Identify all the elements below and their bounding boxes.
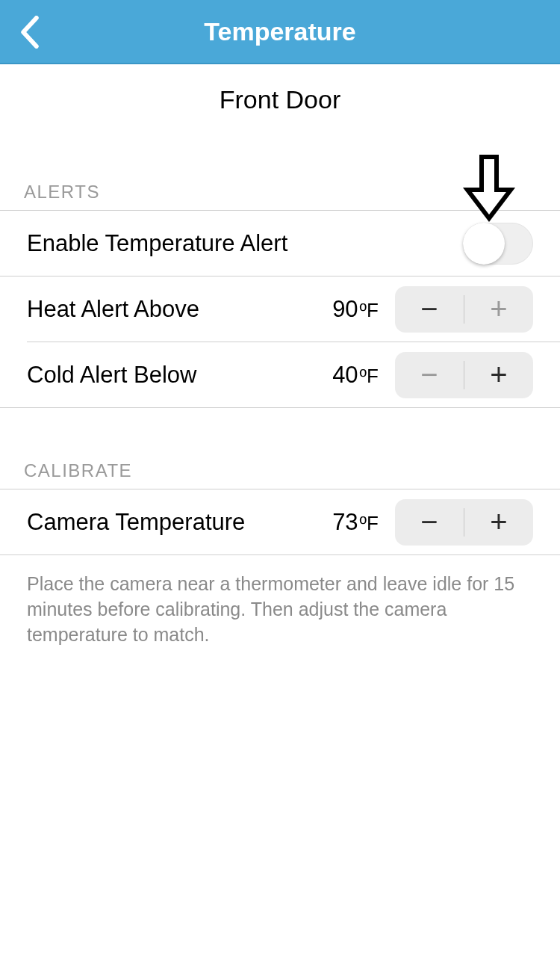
cold-alert-stepper: − + bbox=[395, 352, 533, 398]
back-button[interactable] bbox=[7, 0, 52, 64]
minus-icon: − bbox=[420, 292, 438, 326]
toggle-knob bbox=[463, 223, 505, 265]
page-title: Temperature bbox=[0, 17, 560, 46]
enable-alert-toggle[interactable] bbox=[463, 223, 533, 265]
chevron-left-icon bbox=[19, 16, 40, 49]
calibrate-note: Place the camera near a thermometer and … bbox=[0, 555, 560, 664]
heat-alert-label: Heat Alert Above bbox=[27, 296, 332, 323]
heat-alert-decrement[interactable]: − bbox=[395, 286, 464, 333]
camera-temp-decrement[interactable]: − bbox=[395, 499, 464, 546]
cold-alert-increment[interactable]: + bbox=[464, 352, 533, 398]
heat-alert-increment[interactable]: + bbox=[464, 286, 533, 333]
row-enable-alert: Enable Temperature Alert bbox=[0, 211, 560, 276]
cold-alert-unit: ºF bbox=[360, 365, 379, 388]
heat-alert-unit: ºF bbox=[360, 299, 379, 322]
camera-temp-increment[interactable]: + bbox=[464, 499, 533, 546]
cold-alert-label: Cold Alert Below bbox=[27, 362, 332, 389]
alerts-group: Enable Temperature Alert Heat Alert Abov… bbox=[0, 210, 560, 408]
section-heading-calibrate: CALIBRATE bbox=[0, 408, 560, 489]
section-heading-alerts: ALERTS bbox=[0, 122, 560, 210]
plus-icon: + bbox=[490, 505, 507, 539]
enable-alert-label: Enable Temperature Alert bbox=[27, 230, 463, 257]
plus-icon: + bbox=[490, 358, 507, 392]
plus-icon: + bbox=[490, 292, 507, 326]
cold-alert-decrement[interactable]: − bbox=[395, 352, 464, 398]
camera-temp-stepper: − + bbox=[395, 499, 533, 546]
row-cold-alert: Cold Alert Below 40ºF − + bbox=[0, 342, 560, 408]
heat-alert-stepper: − + bbox=[395, 286, 533, 333]
heat-alert-number: 90 bbox=[332, 296, 358, 323]
device-name: Front Door bbox=[0, 64, 560, 122]
minus-icon: − bbox=[420, 505, 438, 539]
cold-alert-value: 40ºF bbox=[332, 362, 379, 389]
heat-alert-value: 90ºF bbox=[332, 296, 379, 323]
app-header: Temperature bbox=[0, 0, 560, 64]
calibrate-group: Camera Temperature 73ºF − + bbox=[0, 489, 560, 555]
camera-temp-label: Camera Temperature bbox=[27, 509, 332, 536]
camera-temp-value: 73ºF bbox=[332, 509, 379, 536]
camera-temp-number: 73 bbox=[332, 509, 358, 536]
minus-icon: − bbox=[420, 358, 438, 392]
row-heat-alert: Heat Alert Above 90ºF − + bbox=[27, 276, 560, 342]
row-camera-temp: Camera Temperature 73ºF − + bbox=[0, 489, 560, 555]
cold-alert-number: 40 bbox=[332, 362, 358, 389]
camera-temp-unit: ºF bbox=[360, 512, 379, 535]
